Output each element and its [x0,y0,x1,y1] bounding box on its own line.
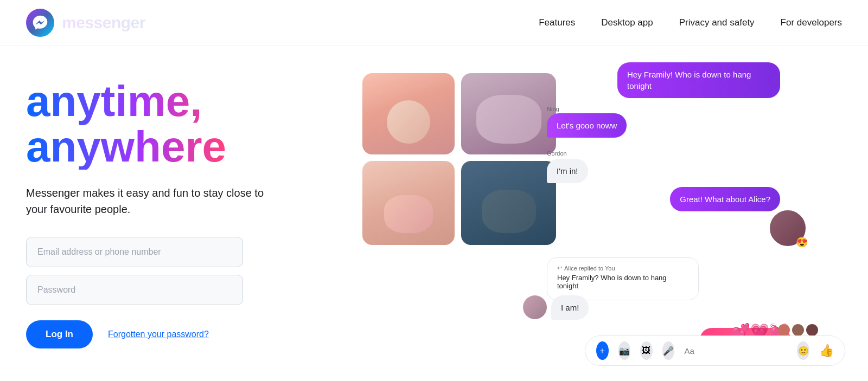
nav-features[interactable]: Features [539,17,575,28]
mini-avatar-2 [792,324,804,336]
camera-icon[interactable]: 📷 [618,341,631,360]
emoji-icon[interactable]: 🙂 [797,341,809,360]
like-icon[interactable]: 👍 [819,341,834,360]
alice-avatar: 😍 [768,209,807,248]
video-tile-1 [362,73,455,154]
reply-quoted-text: Hey Framily? Who is down to hang tonight [557,274,688,290]
chat-bubble-5: I am! [551,295,589,320]
video-tile-3 [362,161,455,245]
hero-title-line2: anywhere [26,122,226,171]
nav-for-developers[interactable]: For developers [781,17,842,28]
reply-sender-avatar [523,295,547,319]
nav-desktop-app[interactable]: Desktop app [601,17,653,28]
main-nav: Features Desktop app Privacy and safety … [539,17,842,28]
chat-bubble-1: Hey Framily! Who is down to hang tonight [617,62,780,98]
mic-icon[interactable]: 🎤 [662,341,675,360]
header-wordmark: messenger [62,14,145,32]
login-form [26,237,243,305]
form-actions: Log In Forgotten your password? [26,320,308,348]
hero-title: anytime, anywhere [26,79,308,170]
login-button[interactable]: Log In [26,320,93,348]
image-icon[interactable]: 🖼 [640,341,653,360]
mini-avatar-3 [806,324,818,336]
messenger-logo-icon [26,9,54,37]
chat-toolbar: ＋ 📷 🖼 🎤 🙂 👍 [585,335,845,366]
reply-box: ↩ Alice replied to You Hey Framily? Who … [547,257,699,300]
chat-label-ning: Ning [547,106,559,112]
nav-privacy-safety[interactable]: Privacy and safety [679,17,755,28]
add-icon[interactable]: ＋ [596,341,609,360]
left-column: anytime, anywhere Messenger makes it eas… [26,68,308,348]
hero-title-line1: anytime, [26,77,202,125]
header-left: messenger [26,9,145,37]
mini-avatar-1 [778,324,790,336]
hero-subtitle: Messenger makes it easy and fun to stay … [26,185,276,217]
forgot-password-link[interactable]: Forgotten your password? [108,330,209,339]
chat-bubble-4: Great! What about Alice? [670,187,780,211]
reply-indicator: ↩ Alice replied to You [557,264,688,272]
video-grid [362,73,556,245]
message-input[interactable] [684,346,787,356]
sender-avatars [778,324,818,336]
chat-bubble-2: Let's gooo noww [547,113,627,138]
chat-label-gordon: Gordon [547,150,567,157]
password-input[interactable] [26,275,243,305]
email-phone-input[interactable] [26,237,243,267]
chat-area: Hey Framily! Who is down to hang tonight… [531,62,824,381]
chat-bubble-3: I'm in! [547,159,588,183]
right-column: Hey Framily! Who is down to hang tonight… [308,62,842,366]
